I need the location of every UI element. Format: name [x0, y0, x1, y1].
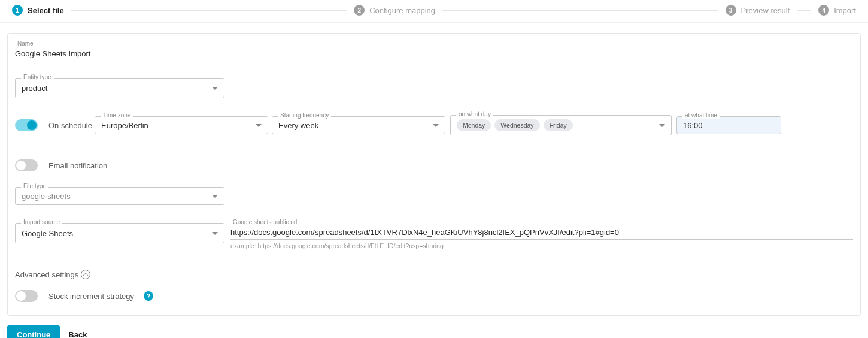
time-zone-field[interactable]: Time zone Europe/Berlin [95, 116, 268, 134]
step-number: 1 [12, 5, 23, 16]
step-label: Import [834, 6, 856, 15]
entity-type-label: Entity type [21, 74, 54, 81]
advanced-settings-toggle[interactable]: Advanced settings [15, 270, 853, 279]
name-label: Name [15, 40, 36, 47]
chevron-up-icon [81, 270, 90, 279]
back-button[interactable]: Back [68, 330, 87, 338]
day-chip[interactable]: Monday [457, 119, 491, 131]
wizard-footer: Continue Back [7, 325, 861, 338]
frequency-label: Starting frequency [278, 112, 331, 119]
entity-type-field[interactable]: Entity type product [15, 78, 224, 98]
file-type-label: File type [21, 183, 48, 190]
import-source-value: Google Sheets [22, 229, 207, 238]
day-chip[interactable]: Wednesday [494, 119, 539, 131]
import-source-field[interactable]: Import source Google Sheets [15, 223, 224, 243]
toggle-knob [27, 120, 37, 130]
at-what-time-value: 16:00 [683, 121, 775, 130]
on-schedule-label: On schedule [48, 121, 92, 130]
chevron-down-icon [256, 124, 262, 127]
public-url-helper: example: https://docs.google.com/spreads… [230, 242, 853, 249]
import-source-label: Import source [21, 219, 62, 226]
stock-increment-label: Stock increment strategy [48, 292, 134, 301]
stepper-divider [0, 22, 868, 22]
name-field[interactable]: Name Google Sheets Import [15, 44, 362, 61]
step-configure-mapping[interactable]: 2 Configure mapping [354, 5, 435, 16]
chevron-down-icon [212, 195, 218, 198]
on-what-day-label: on what day [456, 111, 493, 118]
name-value: Google Sheets Import [15, 49, 90, 58]
wizard-stepper: 1 Select file 2 Configure mapping 3 Prev… [0, 0, 868, 22]
step-connector [797, 10, 811, 11]
step-label: Configure mapping [369, 6, 435, 15]
on-what-day-select[interactable]: Monday Wednesday Friday [450, 115, 672, 135]
step-label: Select file [28, 6, 64, 15]
continue-button[interactable]: Continue [7, 325, 60, 338]
toggle-knob [16, 291, 26, 301]
at-what-time-field[interactable]: at what time 16:00 [676, 116, 781, 134]
chevron-down-icon [659, 124, 665, 127]
day-chips: Monday Wednesday Friday [457, 119, 654, 131]
entity-type-select[interactable]: product [15, 78, 224, 98]
step-number: 2 [354, 5, 365, 16]
advanced-settings-label: Advanced settings [15, 270, 78, 279]
stock-increment-toggle[interactable] [15, 290, 38, 302]
step-select-file[interactable]: 1 Select file [12, 5, 64, 16]
time-zone-value: Europe/Berlin [101, 121, 251, 130]
time-zone-label: Time zone [101, 112, 133, 119]
public-url-value: https://docs.google.com/spreadsheets/d/1… [230, 228, 619, 237]
public-url-field[interactable]: Google sheets public url https://docs.go… [230, 223, 853, 249]
email-notification-toggle[interactable] [15, 159, 38, 171]
frequency-value: Every week [278, 121, 428, 130]
entity-type-value: product [22, 84, 207, 93]
chevron-down-icon [212, 87, 218, 90]
chevron-down-icon [212, 232, 218, 235]
step-number: 4 [818, 5, 829, 16]
frequency-field[interactable]: Starting frequency Every week [272, 116, 445, 134]
public-url-input[interactable]: https://docs.google.com/spreadsheets/d/1… [230, 223, 853, 240]
on-schedule-toggle[interactable] [15, 119, 38, 131]
on-what-day-field[interactable]: on what day Monday Wednesday Friday [450, 115, 672, 135]
select-file-card: Name Google Sheets Import Entity type pr… [7, 33, 861, 316]
step-preview-result[interactable]: 3 Preview result [726, 5, 790, 16]
step-connector [442, 10, 718, 11]
at-what-time-label: at what time [682, 112, 720, 119]
chevron-down-icon [433, 124, 439, 127]
toggle-knob [16, 161, 26, 170]
public-url-label: Google sheets public url [230, 219, 299, 226]
file-type-value: google-sheets [22, 192, 207, 201]
import-source-select[interactable]: Google Sheets [15, 223, 224, 243]
step-number: 3 [726, 5, 736, 16]
step-label: Preview result [741, 6, 790, 15]
day-chip[interactable]: Friday [544, 119, 573, 131]
step-import[interactable]: 4 Import [818, 5, 856, 16]
help-icon[interactable]: ? [144, 291, 153, 301]
step-connector [71, 10, 347, 11]
email-notification-label: Email notification [48, 161, 107, 170]
name-input[interactable]: Google Sheets Import [15, 44, 362, 61]
file-type-field[interactable]: File type google-sheets [15, 187, 224, 205]
